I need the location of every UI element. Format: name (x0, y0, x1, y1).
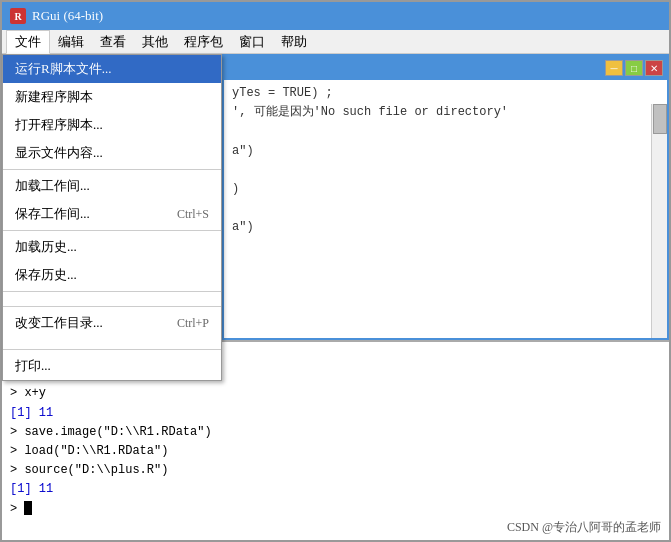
file-dropdown: 运行R脚本文件... 新建程序脚本 打开程序脚本... 显示文件内容... 加载… (2, 54, 222, 381)
console-line-8: [1] 11 (10, 480, 661, 499)
separator-4 (3, 306, 221, 307)
menu-new-script[interactable]: 新建程序脚本 (3, 83, 221, 111)
menu-change-dir[interactable] (3, 294, 221, 304)
editor-line-6: ) (232, 180, 659, 199)
editor-line-1: yTes = TRUE) ; (232, 84, 659, 103)
menu-file[interactable]: 文件 (6, 30, 50, 54)
separator-3 (3, 291, 221, 292)
menu-save-workspace[interactable]: 保存工作间... Ctrl+S (3, 200, 221, 228)
menu-edit[interactable]: 编辑 (50, 31, 92, 53)
console-cursor (24, 501, 32, 515)
editor-line-7 (232, 199, 659, 218)
shortcut-print: Ctrl+P (177, 316, 209, 331)
editor-area: ─ □ ✕ yTes = TRUE) ; ', 可能是因为'No such fi… (222, 54, 669, 340)
menu-save-history[interactable]: 保存历史... (3, 261, 221, 289)
menu-print[interactable]: 改变工作目录... Ctrl+P (3, 309, 221, 337)
watermark: CSDN @专治八阿哥的孟老师 (507, 519, 661, 536)
separator-5 (3, 349, 221, 350)
console-line-3: > x+y (10, 384, 661, 403)
menu-load-workspace[interactable]: 加载工作间... (3, 172, 221, 200)
separator-2 (3, 230, 221, 231)
menu-run-script[interactable]: 运行R脚本文件... (3, 55, 221, 83)
editor-line-2: ', 可能是因为'No such file or directory' (232, 103, 659, 122)
menu-open-script[interactable]: 打开程序脚本... (3, 111, 221, 139)
menu-view[interactable]: 查看 (92, 31, 134, 53)
editor-titlebar: ─ □ ✕ (224, 56, 667, 80)
menu-load-history[interactable]: 加载历史... (3, 233, 221, 261)
editor-maximize-btn[interactable]: □ (625, 60, 643, 76)
console-line-4: [1] 11 (10, 404, 661, 423)
editor-line-5 (232, 161, 659, 180)
console-input-line[interactable]: > (10, 500, 661, 519)
console-line-7: > source("D:\\plus.R") (10, 461, 661, 480)
editor-line-8: a") (232, 218, 659, 237)
editor-close-btn[interactable]: ✕ (645, 60, 663, 76)
menu-other[interactable]: 其他 (134, 31, 176, 53)
editor-line-3 (232, 122, 659, 141)
menu-bar: 文件 编辑 查看 其他 程序包 窗口 帮助 (2, 30, 669, 54)
title-bar: R RGui (64-bit) (2, 2, 669, 30)
shortcut-save-workspace: Ctrl+S (177, 207, 209, 222)
menu-quit[interactable]: 打印... (3, 352, 221, 380)
console-line-6: > load("D:\\R1.RData") (10, 442, 661, 461)
editor-scrollbar[interactable] (651, 104, 667, 338)
editor-scrollbar-thumb[interactable] (653, 104, 667, 134)
editor-minimize-btn[interactable]: ─ (605, 60, 623, 76)
menu-display-file[interactable]: 显示文件内容... (3, 139, 221, 167)
window-title: RGui (64-bit) (32, 8, 103, 24)
separator-1 (3, 169, 221, 170)
main-window: R RGui (64-bit) 文件 编辑 查看 其他 程序包 窗口 帮助 运行… (0, 0, 671, 542)
editor-line-4: a") (232, 142, 659, 161)
menu-help[interactable]: 帮助 (273, 31, 315, 53)
console-line-5: > save.image("D:\\R1.RData") (10, 423, 661, 442)
menu-window[interactable]: 窗口 (231, 31, 273, 53)
app-icon: R (10, 8, 26, 24)
menu-packages[interactable]: 程序包 (176, 31, 231, 53)
menu-save-to-file[interactable] (3, 337, 221, 347)
editor-content: yTes = TRUE) ; ', 可能是因为'No such file or … (224, 80, 667, 242)
